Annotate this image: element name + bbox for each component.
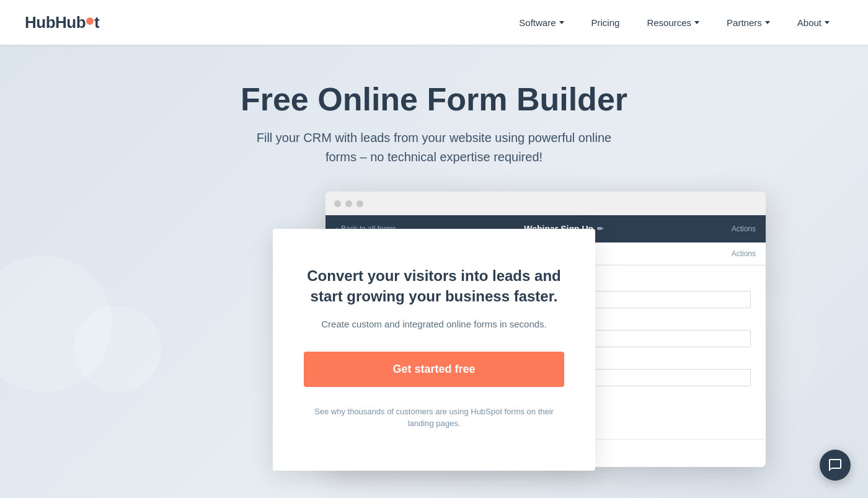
hero-title-area: Free Online Form Builder Fill your CRM w… (0, 82, 868, 167)
tab-actions[interactable]: Actions (732, 242, 756, 265)
nav-item-software[interactable]: Software (505, 0, 577, 45)
hero-section: Free Online Form Builder Fill your CRM w… (0, 45, 868, 498)
edit-icon[interactable]: ✏ (597, 225, 603, 233)
mockup-area: Convert your visitors into leads and sta… (108, 198, 760, 471)
browser-bar (326, 192, 766, 215)
browser-dot-2 (345, 200, 352, 207)
bg-circle-1 (0, 256, 112, 392)
actions-button[interactable]: Actions (732, 225, 756, 233)
navigation: HubHubt Software Pricing Resources Partn… (0, 0, 868, 45)
promo-card-description: Create custom and integrated online form… (304, 319, 564, 329)
logo-dot (86, 17, 94, 25)
browser-dot-1 (334, 200, 341, 207)
chat-icon (828, 458, 843, 473)
chevron-down-icon (559, 21, 564, 24)
chevron-down-icon (694, 21, 699, 24)
nav-item-resources[interactable]: Resources (633, 0, 713, 45)
nav-item-pricing[interactable]: Pricing (578, 0, 634, 45)
logo[interactable]: HubHubt (25, 13, 99, 32)
page-title: Free Online Form Builder (12, 82, 856, 117)
nav-links: Software Pricing Resources Partners Abou… (505, 0, 843, 45)
logo-text-end: t (94, 13, 99, 32)
chat-bubble-button[interactable] (820, 450, 851, 481)
chevron-down-icon (825, 21, 830, 24)
promo-card: Convert your visitors into leads and sta… (273, 229, 595, 471)
promo-card-title: Convert your visitors into leads and sta… (304, 266, 564, 306)
chevron-down-icon (765, 21, 770, 24)
logo-text-start: Hub (25, 13, 55, 32)
nav-item-about[interactable]: About (784, 0, 843, 45)
promo-link-text: See why thousands of customers are using… (314, 407, 554, 429)
promo-card-link[interactable]: See why thousands of customers are using… (304, 406, 564, 430)
nav-item-partners[interactable]: Partners (713, 0, 784, 45)
browser-dot-3 (356, 200, 363, 207)
get-started-button[interactable]: Get started free (304, 352, 564, 387)
hero-subtitle: Fill your CRM with leads from your websi… (254, 128, 614, 167)
